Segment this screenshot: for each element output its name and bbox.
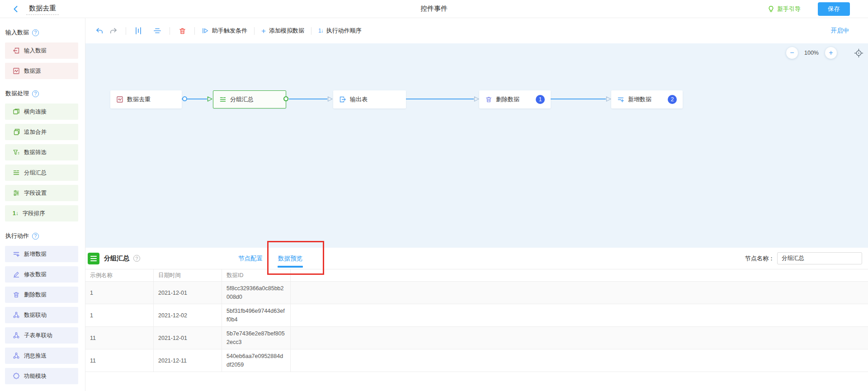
sidebar-item-data-source[interactable]: 数据源 — [5, 63, 78, 79]
help-icon[interactable]: ? — [32, 233, 39, 240]
sidebar-item-label: 功能模块 — [24, 372, 47, 380]
top-bar: 数据去重 控件事件 新手引导 保存 — [0, 0, 868, 18]
panel-tabs: 节点配置 数据预览 — [238, 248, 302, 269]
page-title: 控件事件 — [420, 5, 448, 13]
preview-table: 示例名称 日期时间 数据ID 1 2021-12-01 5f8cc329366a… — [85, 269, 868, 372]
node-name-input[interactable] — [777, 252, 862, 264]
tab-node-config[interactable]: 节点配置 — [238, 248, 263, 269]
sidebar-item-label: 输入数据 — [24, 47, 47, 55]
section-title: 数据处理 — [5, 90, 29, 98]
cell-empty — [291, 327, 868, 349]
node-palette-sidebar: 输入数据 ? 输入数据 数据源 数据处理 ? 横向连接 追加合并 数据筛选 分组… — [0, 18, 85, 391]
undo-button[interactable] — [94, 25, 104, 36]
source-port[interactable] — [182, 96, 187, 101]
export-icon — [339, 96, 346, 103]
source-port[interactable] — [283, 96, 288, 101]
toolbar-divider — [311, 27, 311, 35]
node-delete-data[interactable]: 删除数据 1 — [479, 90, 551, 108]
trash-icon — [13, 291, 20, 298]
cell-empty — [291, 282, 868, 304]
cell-empty — [291, 349, 868, 372]
sidebar-item-label: 消息推送 — [24, 352, 47, 360]
node-name-field: 节点名称： — [745, 248, 862, 269]
save-button[interactable]: 保存 — [818, 2, 850, 16]
sidebar-item-append-merge[interactable]: 追加合并 — [5, 124, 78, 140]
node-add-data[interactable]: 新增数据 2 — [611, 90, 683, 108]
sidebar-item-data-filter[interactable]: 数据筛选 — [5, 144, 78, 160]
add-mock-data-label: 添加模拟数据 — [269, 27, 304, 35]
status-toggle[interactable]: 开启中 — [831, 27, 849, 35]
sidebar-item-field-settings[interactable]: 字段设置 — [5, 185, 78, 201]
panel-title: 分组汇总 — [104, 254, 129, 263]
action-order-button[interactable]: 1↓ 执行动作顺序 — [318, 27, 362, 35]
sidebar-item-function-module[interactable]: 功能模块 — [5, 368, 78, 384]
table-row: 11 2021-12-11 540eb6aa7e0952884ddf2059 — [85, 349, 868, 372]
sidebar-item-subform-linkage[interactable]: 子表单联动 — [5, 327, 78, 344]
redo-button[interactable] — [108, 25, 119, 36]
zoom-out-button[interactable]: − — [786, 47, 798, 59]
sidebar-item-label: 子表单联动 — [24, 332, 52, 339]
back-button[interactable] — [12, 5, 20, 13]
horizontal-lines-icon — [153, 27, 161, 35]
sidebar-item-message-push[interactable]: 消息推送 — [5, 348, 78, 364]
undo-icon — [95, 27, 104, 35]
node-output-table[interactable]: 输出表 — [333, 90, 406, 108]
help-icon[interactable]: ? — [32, 29, 39, 36]
vertical-bars-icon — [134, 27, 142, 35]
zoom-in-button[interactable]: + — [825, 47, 837, 59]
linkage-icon — [13, 352, 20, 359]
linkage-icon — [13, 311, 20, 319]
sidebar-item-group-summary[interactable]: 分组汇总 — [5, 165, 78, 181]
chevron-left-icon — [12, 5, 20, 13]
sidebar-item-input-data[interactable]: 输入数据 — [5, 42, 78, 59]
section-actions: 执行动作 ? — [5, 232, 85, 240]
help-icon[interactable]: ? — [32, 90, 39, 97]
sidebar-item-label: 删除数据 — [24, 291, 47, 299]
cell: 5bf31fb496e9744d63eff0b4 — [222, 304, 291, 326]
delete-node-button[interactable] — [177, 25, 188, 36]
zoom-level: 100% — [804, 50, 819, 56]
align-horizontal-button[interactable] — [152, 25, 163, 36]
cell: 11 — [85, 327, 154, 349]
group-summary-icon — [88, 253, 99, 264]
node-badge: 2 — [668, 95, 677, 104]
add-mock-data-button[interactable]: + 添加模拟数据 — [261, 27, 304, 35]
node-label: 新增数据 — [628, 95, 651, 104]
flow-canvas[interactable]: − 100% + 数据去重 分组汇总 输出表 — [85, 43, 868, 248]
node-data-dedupe[interactable]: 数据去重 — [110, 90, 182, 108]
cell: 2021-12-01 — [154, 282, 222, 304]
locate-icon[interactable] — [854, 48, 863, 58]
sidebar-item-horizontal-join[interactable]: 横向连接 — [5, 104, 78, 120]
node-group-summary[interactable]: 分组汇总 — [213, 90, 286, 108]
cell: 2021-12-01 — [154, 327, 222, 349]
action-order-label: 执行动作顺序 — [326, 27, 362, 35]
sidebar-item-edit-data[interactable]: 修改数据 — [5, 266, 78, 283]
stack-squares-icon — [13, 128, 20, 136]
sidebar-item-data-linkage[interactable]: 数据联动 — [5, 307, 78, 323]
toolbar-divider — [126, 27, 126, 35]
sort-order-icon: 1↓ — [318, 28, 323, 34]
align-vertical-button[interactable] — [133, 25, 144, 36]
cell-empty — [291, 304, 868, 326]
assistant-trigger-button[interactable]: 助手触发条件 — [202, 27, 247, 35]
add-rows-icon — [13, 250, 20, 258]
sidebar-item-delete-data[interactable]: 删除数据 — [5, 287, 78, 303]
cell: 5b7e7436e2e87bef8052ecc3 — [222, 327, 291, 349]
help-icon[interactable]: ? — [133, 255, 140, 262]
connector-line — [406, 99, 474, 99]
zoom-controls: − 100% + — [786, 47, 863, 59]
sidebar-item-label: 修改数据 — [24, 271, 47, 278]
beginner-guide-button[interactable]: 新手引导 — [768, 5, 801, 13]
sidebar-item-field-sort[interactable]: 1↓ 字段排序 — [5, 205, 78, 221]
toolbar-divider — [254, 27, 255, 35]
section-data-processing: 数据处理 ? — [5, 90, 85, 98]
column-header: 示例名称 — [85, 269, 154, 281]
sidebar-item-add-data[interactable]: 新增数据 — [5, 246, 78, 262]
panel-header: 分组汇总 ? 节点配置 数据预览 节点名称： — [85, 248, 868, 269]
toolbar-divider — [170, 27, 170, 35]
column-header: 日期时间 — [154, 269, 222, 281]
assistant-trigger-label: 助手触发条件 — [212, 27, 247, 35]
tab-data-preview[interactable]: 数据预览 — [278, 248, 302, 269]
workflow-title[interactable]: 数据去重 — [26, 3, 59, 15]
node-label: 数据去重 — [127, 95, 151, 104]
